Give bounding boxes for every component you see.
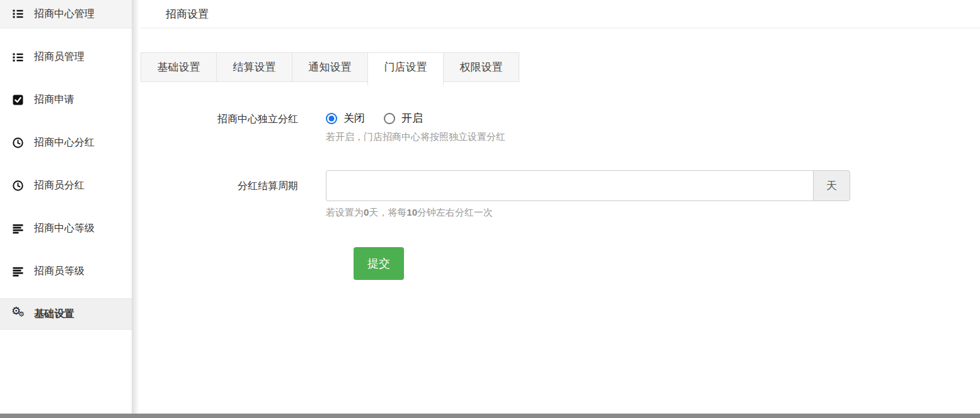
page-title: 招商设置 <box>141 7 209 21</box>
sidebar-item-merchant-staff-dividend[interactable]: 招商员分红 <box>0 171 132 200</box>
list-icon <box>13 9 26 20</box>
cogs-icon: ⚙ ⚙ <box>13 309 26 320</box>
tab-permission-settings[interactable]: 权限设置 <box>443 52 519 82</box>
settings-tab-bar: 基础设置 结算设置 通知设置 门店设置 权限设置 <box>141 52 980 85</box>
dividend-cycle-unit-addon: 天 <box>813 170 850 201</box>
horizontal-scrollbar[interactable] <box>0 414 980 418</box>
tab-basic-settings[interactable]: 基础设置 <box>141 52 217 82</box>
dividend-cycle-hint: 若设置为0天，将每10分钟左右分红一次 <box>326 207 980 219</box>
clock-icon <box>13 137 26 148</box>
sidebar-item-merchant-center-dividend[interactable]: 招商中心分红 <box>0 129 132 157</box>
tab-notification-settings[interactable]: 通知设置 <box>292 52 368 82</box>
dividend-cycle-input[interactable] <box>326 170 814 201</box>
sidebar-item-label: 招商中心管理 <box>34 8 95 21</box>
independent-dividend-label: 招商中心独立分红 <box>141 111 326 143</box>
store-settings-form: 招商中心独立分红 关闭 开启 若开启，门店招商中心将按照独立设置分红 <box>141 111 980 280</box>
main-content: 招商设置 基础设置 结算设置 通知设置 门店设置 权限设置 招商中心独立分红 关… <box>132 0 980 414</box>
submit-button[interactable]: 提交 <box>354 247 404 280</box>
sidebar-item-label: 招商员分红 <box>34 179 84 192</box>
form-row-independent-dividend: 招商中心独立分红 关闭 开启 若开启，门店招商中心将按照独立设置分红 <box>141 111 980 143</box>
sidebar-item-label: 招商中心分红 <box>34 136 95 149</box>
sidebar-item-label: 基础设置 <box>34 308 74 321</box>
independent-dividend-hint: 若开启，门店招商中心将按照独立设置分红 <box>326 131 980 143</box>
sidebar-item-merchant-staff-level[interactable]: 招商员等级 <box>0 257 132 286</box>
sidebar-item-merchant-center-management[interactable]: 招商中心管理 <box>0 0 132 28</box>
bars-icon <box>13 266 26 277</box>
sidebar-item-label: 招商员等级 <box>34 265 84 278</box>
radio-option-close[interactable]: 关闭 <box>326 111 365 125</box>
form-row-dividend-cycle: 分红结算周期 天 若设置为0天，将每10分钟左右分红一次 <box>141 170 980 219</box>
radio-selected-icon[interactable] <box>326 113 337 124</box>
sidebar: 招商中心管理 招商员管理 招商申请 <box>0 0 132 414</box>
sidebar-item-label: 招商中心等级 <box>34 222 95 235</box>
dividend-cycle-label: 分红结算周期 <box>141 170 326 219</box>
list-icon <box>13 52 26 62</box>
app-window: 招商中心管理 招商员管理 招商申请 <box>0 0 980 414</box>
sidebar-item-basic-settings[interactable]: ⚙ ⚙ 基础设置 <box>0 298 132 330</box>
clock-icon <box>13 180 26 191</box>
sidebar-item-merchant-center-level[interactable]: 招商中心等级 <box>0 214 132 243</box>
radio-unselected-icon[interactable] <box>384 113 395 124</box>
tab-store-settings[interactable]: 门店设置 <box>367 52 444 85</box>
dividend-cycle-input-group: 天 <box>326 170 850 201</box>
radio-option-open[interactable]: 开启 <box>384 111 423 125</box>
check-square-icon <box>13 95 26 105</box>
sidebar-item-label: 招商申请 <box>34 93 74 107</box>
sidebar-item-merchant-application[interactable]: 招商申请 <box>0 86 132 114</box>
bars-icon <box>13 223 26 234</box>
form-row-submit: 提交 <box>141 247 980 280</box>
sidebar-item-label: 招商员管理 <box>34 50 84 64</box>
sidebar-item-merchant-staff-management[interactable]: 招商员管理 <box>0 43 132 71</box>
page-header: 招商设置 <box>141 0 980 28</box>
tab-settlement-settings[interactable]: 结算设置 <box>216 52 292 82</box>
